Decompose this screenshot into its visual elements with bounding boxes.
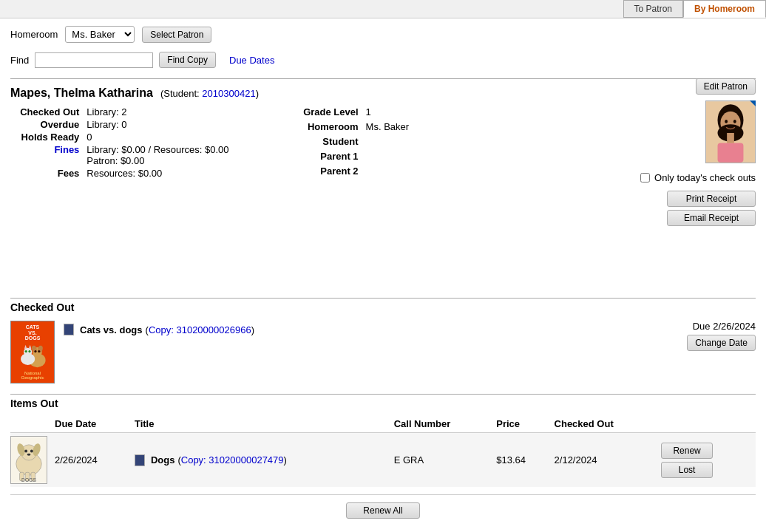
print-receipt-button[interactable]: Print Receipt: [667, 191, 756, 207]
tab-by-homeroom[interactable]: By Homeroom: [683, 0, 766, 18]
svg-marker-14: [24, 345, 27, 349]
edit-patron-button[interactable]: Edit Patron: [696, 78, 756, 95]
tab-to-patron[interactable]: To Patron: [623, 0, 683, 18]
svg-rect-5: [727, 133, 734, 143]
checked-out-item-info: Cats vs. dogs (Copy: 31020000026966): [64, 321, 678, 335]
item-book-icon: [135, 454, 145, 466]
item-price: $13.64: [496, 433, 554, 488]
tab-bar: To Patron By Homeroom: [0, 0, 766, 18]
only-today-label: Only today's check outs: [654, 172, 756, 183]
patron-student-id[interactable]: 2010300421: [202, 88, 255, 99]
item-copy-link[interactable]: Copy: 31020000027479: [181, 454, 284, 466]
item-due-date: 2/26/2024: [55, 433, 135, 488]
checked-out-copy-wrapper: (Copy: 31020000026966): [146, 324, 254, 335]
lost-button[interactable]: Lost: [661, 462, 713, 478]
checked-out-title: Cats vs. dogs: [80, 324, 143, 335]
col-header-checked-out: Checked Out: [555, 417, 662, 433]
col-header-actions: [661, 417, 756, 433]
items-out-table: Due Date Title Call Number Price Checked…: [10, 417, 756, 487]
col-header-call-number: Call Number: [394, 417, 497, 433]
homeroom-select[interactable]: Ms. Baker Mr. Smith Mrs. Jones: [65, 26, 135, 43]
fines-label: Fines: [10, 143, 84, 167]
svg-point-7: [733, 120, 736, 123]
svg-point-6: [725, 120, 728, 123]
find-row: Find Find Copy Due Dates: [10, 52, 756, 68]
grade-level-label: Grade Level: [247, 106, 363, 120]
find-input[interactable]: [35, 52, 153, 68]
patron-info-left: Checked Out Library: 2 Overdue Library: …: [10, 106, 247, 180]
due-date-value: 2/26/2024: [713, 321, 756, 332]
find-copy-button[interactable]: Find Copy: [159, 52, 216, 68]
overdue-value: Library: 0: [84, 118, 247, 131]
email-receipt-button[interactable]: Email Receipt: [667, 210, 756, 226]
homeroom-row: Homeroom Ms. Baker Mr. Smith Mrs. Jones …: [10, 26, 756, 43]
parent1-label: Parent 1: [247, 150, 363, 165]
parent1-value: [363, 150, 454, 165]
svg-marker-15: [28, 345, 31, 349]
item-checked-out-date: 2/12/2024: [555, 433, 662, 488]
col-header-title: Title: [135, 417, 394, 433]
student-row-value: [363, 135, 454, 150]
dogs-book-cover: DOGS: [10, 436, 47, 484]
svg-point-19: [38, 350, 40, 352]
parent2-value: [363, 165, 454, 180]
checked-out-section: Checked Out CATSVS.DOGS: [10, 298, 756, 383]
select-patron-button[interactable]: Select Patron: [142, 27, 211, 43]
change-date-button[interactable]: Change Date: [687, 335, 756, 351]
photo-indicator: [750, 100, 756, 106]
svg-point-13: [24, 348, 32, 356]
patron-student-id-wrapper: (Student: 2010300421): [160, 88, 259, 99]
checked-out-copy-link[interactable]: Copy: 31020000026966: [149, 324, 251, 335]
fines-link[interactable]: Fines: [54, 144, 79, 155]
checked-out-header: Checked Out: [10, 298, 756, 313]
svg-point-26: [30, 450, 33, 453]
checked-out-due-date-row: Due 2/26/2024: [687, 321, 756, 332]
today-checkbox-row: Only today's check outs: [640, 172, 756, 183]
fees-label: Fees: [10, 167, 84, 180]
patron-photo: [705, 100, 756, 163]
student-row-label: Student: [247, 135, 363, 150]
svg-point-25: [24, 450, 27, 453]
patron-section: Mapes, Thelma Katharina (Student: 201030…: [10, 78, 756, 180]
find-label: Find: [10, 55, 29, 66]
renew-lost-buttons: Renew Lost: [661, 443, 750, 478]
table-row: DOGS 2/26/2024 Dogs (Copy: 3102000002747…: [10, 433, 756, 488]
parent2-label: Parent 2: [247, 165, 363, 180]
holds-ready-value: 0: [84, 131, 247, 143]
due-dates-link[interactable]: Due Dates: [229, 55, 274, 66]
renew-button[interactable]: Renew: [661, 443, 713, 459]
item-cover-cell: DOGS: [10, 433, 55, 488]
right-panel: Edit Patron: [640, 78, 756, 226]
homeroom-label: Homeroom: [10, 29, 58, 40]
patron-name: Mapes, Thelma Katharina: [10, 86, 153, 100]
cats-vs-dogs-cover: CATSVS.DOGS: [10, 321, 55, 383]
fees-value: Resources: $0.00: [84, 167, 247, 180]
table-header-row: Due Date Title Call Number Price Checked…: [10, 417, 756, 433]
only-today-checkbox[interactable]: [640, 173, 650, 183]
holds-ready-label: Holds Ready: [10, 131, 84, 143]
due-label: Due: [693, 321, 711, 332]
col-header-due-date: Due Date: [55, 417, 135, 433]
svg-point-17: [28, 350, 30, 352]
grade-level-value: 1: [363, 106, 454, 120]
checked-out-item-row: CATSVS.DOGS: [10, 321, 756, 383]
book-type-icon: [64, 324, 74, 335]
items-out-section: Items Out Due Date Title Call Number Pri…: [10, 394, 756, 526]
item-title: Dogs: [151, 454, 175, 466]
svg-point-16: [25, 350, 27, 352]
homeroom-info-value: Ms. Baker: [363, 120, 454, 135]
checked-out-value: Library: 2: [84, 106, 247, 118]
patron-student-label: Student:: [163, 88, 199, 99]
item-title-cell: Dogs (Copy: 31020000027479): [135, 433, 394, 488]
checked-out-due-info: Due 2/26/2024 Change Date: [687, 321, 756, 351]
svg-text:DOGS: DOGS: [21, 477, 36, 482]
item-copy-wrapper: (Copy: 31020000027479): [177, 454, 286, 466]
fines-value: Library: $0.00 / Resources: $0.00 Patron…: [84, 143, 247, 167]
col-header-cover: [10, 417, 55, 433]
homeroom-info-label: Homeroom: [247, 120, 363, 135]
item-actions-cell: Renew Lost: [661, 433, 756, 488]
item-call-number: E GRA: [394, 433, 497, 488]
svg-point-27: [27, 454, 31, 456]
renew-all-button[interactable]: Renew All: [346, 502, 420, 519]
svg-point-18: [34, 350, 36, 352]
